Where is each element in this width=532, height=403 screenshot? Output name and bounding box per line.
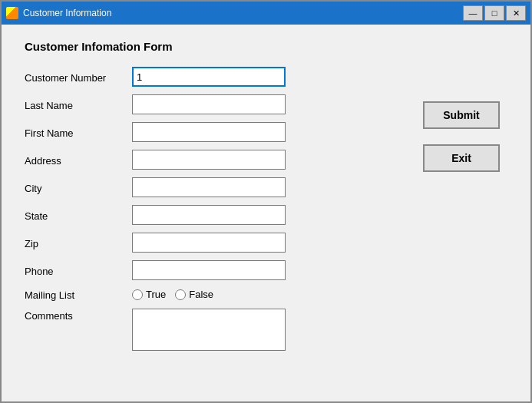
main-window: Customer Information — □ ✕ Customer Info… bbox=[0, 0, 532, 403]
form-section: Customer Infomation Form Customer Number… bbox=[25, 40, 408, 386]
comments-row: Comments bbox=[25, 309, 408, 351]
last-name-row: Last Name bbox=[25, 94, 408, 114]
window-body: Customer Infomation Form Customer Number… bbox=[2, 25, 530, 401]
mailing-list-false-radio[interactable] bbox=[175, 289, 186, 300]
last-name-label: Last Name bbox=[25, 98, 132, 111]
address-row: Address bbox=[25, 150, 408, 170]
title-bar: Customer Information — □ ✕ bbox=[2, 2, 530, 25]
comments-label: Comments bbox=[25, 309, 132, 322]
mailing-list-true-text: True bbox=[146, 289, 166, 300]
address-input[interactable] bbox=[132, 150, 286, 170]
city-row: City bbox=[25, 177, 408, 197]
title-bar-controls: — □ ✕ bbox=[463, 5, 526, 21]
mailing-list-label: Mailing List bbox=[25, 288, 132, 301]
state-input[interactable] bbox=[132, 205, 286, 225]
zip-input[interactable] bbox=[132, 233, 286, 253]
mailing-list-false-text: False bbox=[189, 289, 213, 300]
phone-row: Phone bbox=[25, 260, 408, 280]
close-button[interactable]: ✕ bbox=[506, 5, 526, 21]
comments-textarea[interactable] bbox=[132, 309, 286, 351]
last-name-input[interactable] bbox=[132, 94, 286, 114]
minimize-button[interactable]: — bbox=[463, 5, 483, 21]
mailing-list-false-label[interactable]: False bbox=[175, 289, 213, 300]
mailing-list-radio-group: True False bbox=[132, 289, 213, 300]
mailing-list-true-radio[interactable] bbox=[132, 289, 143, 300]
zip-label: Zip bbox=[25, 236, 132, 249]
first-name-input[interactable] bbox=[132, 122, 286, 142]
city-input[interactable] bbox=[132, 177, 286, 197]
maximize-button[interactable]: □ bbox=[484, 5, 504, 21]
app-icon bbox=[6, 7, 18, 19]
phone-input[interactable] bbox=[132, 260, 286, 280]
mailing-list-true-label[interactable]: True bbox=[132, 289, 166, 300]
state-label: State bbox=[25, 209, 132, 222]
customer-number-input[interactable] bbox=[132, 67, 286, 87]
form-title: Customer Infomation Form bbox=[25, 40, 408, 53]
address-label: Address bbox=[25, 154, 132, 167]
submit-button[interactable]: Submit bbox=[423, 101, 500, 129]
mailing-list-row: Mailing List True False bbox=[25, 288, 408, 301]
state-row: State bbox=[25, 205, 408, 225]
buttons-section: Submit Exit bbox=[423, 40, 507, 386]
customer-number-label: Customer Number bbox=[25, 71, 132, 84]
window-title: Customer Information bbox=[23, 8, 463, 18]
customer-number-row: Customer Number bbox=[25, 67, 408, 87]
zip-row: Zip bbox=[25, 233, 408, 253]
exit-button[interactable]: Exit bbox=[423, 144, 500, 172]
city-label: City bbox=[25, 181, 132, 194]
first-name-label: First Name bbox=[25, 126, 132, 139]
phone-label: Phone bbox=[25, 264, 132, 277]
first-name-row: First Name bbox=[25, 122, 408, 142]
